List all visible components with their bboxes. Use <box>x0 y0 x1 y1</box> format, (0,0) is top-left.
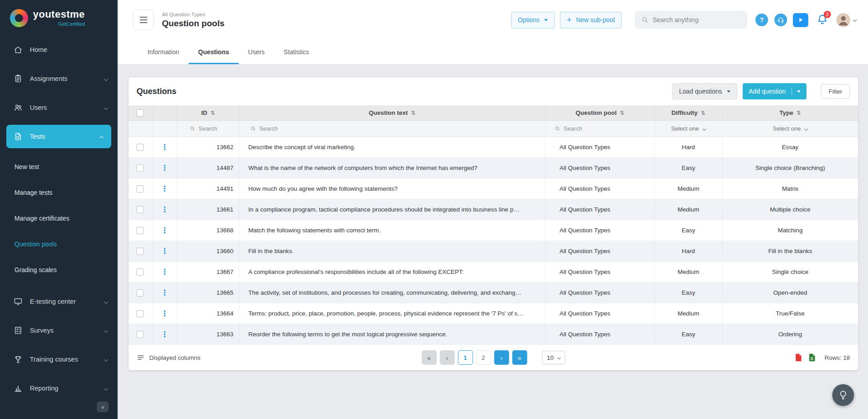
row-checkbox[interactable] <box>137 268 144 276</box>
row-kebab-menu-icon[interactable]: ⋮ <box>161 310 169 317</box>
notifications-button[interactable]: 3 <box>816 13 829 27</box>
next-page-button[interactable]: › <box>494 350 509 365</box>
tab-statistics[interactable]: Statistics <box>274 40 318 64</box>
tab-users[interactable]: Users <box>239 40 275 64</box>
tutorial-play-button[interactable] <box>793 13 808 27</box>
sidebar-item-training-courses[interactable]: Training courses <box>0 348 118 371</box>
page-size-select[interactable]: 10 <box>542 351 565 364</box>
row-checkbox[interactable] <box>137 248 144 255</box>
difficulty-filter-select[interactable]: Select one <box>659 125 718 132</box>
help-button[interactable]: ? <box>755 14 768 26</box>
last-page-button[interactable]: » <box>512 350 527 365</box>
question-type-cell: Matrix <box>722 179 858 199</box>
row-checkbox[interactable] <box>137 289 144 297</box>
sidebar-subitem-new-test[interactable]: New test <box>0 154 118 179</box>
play-icon <box>797 16 805 24</box>
row-checkbox[interactable] <box>137 331 144 338</box>
menu-toggle-button[interactable] <box>133 9 154 30</box>
question-difficulty-cell: Medium <box>655 199 722 220</box>
search-icon <box>641 16 649 24</box>
filter-button[interactable]: Filter <box>821 84 850 99</box>
row-checkbox[interactable] <box>137 227 144 234</box>
breadcrumb: All Question Types <box>162 12 224 17</box>
chevron-icon <box>104 105 109 110</box>
sidebar-item-reporting[interactable]: Reporting <box>0 377 118 400</box>
row-checkbox[interactable] <box>137 310 144 317</box>
help-fab-button[interactable] <box>832 384 854 406</box>
row-checkbox[interactable] <box>137 144 144 151</box>
select-all-checkbox[interactable] <box>137 109 144 117</box>
sidebar-item-tests[interactable]: Tests <box>6 125 111 148</box>
sort-icon[interactable]: ⇅ <box>411 110 416 116</box>
displayed-columns-button[interactable]: Displayed columns <box>137 353 200 362</box>
first-page-button[interactable]: « <box>422 350 436 365</box>
column-header-type[interactable]: Type⇅ <box>722 105 858 120</box>
etesting-icon <box>14 297 23 306</box>
topbar: All Question Types Question pools Option… <box>118 0 868 40</box>
column-header-id[interactable]: ID⇅ <box>177 105 239 120</box>
question-text-filter[interactable] <box>250 125 541 132</box>
tab-label: Information <box>147 48 179 56</box>
button-divider <box>792 87 792 95</box>
new-subpool-button[interactable]: + New sub-pool <box>560 12 621 28</box>
sidebar-item-assignments[interactable]: Assignments <box>0 67 118 90</box>
prev-page-button[interactable]: ‹ <box>440 350 455 365</box>
sidebar-item-home[interactable]: Home <box>0 38 118 61</box>
sidebar-item-users[interactable]: Users <box>0 96 118 119</box>
sidebar-subitem-grading-scales[interactable]: Grading scales <box>0 257 118 282</box>
row-kebab-menu-icon[interactable]: ⋮ <box>161 143 169 151</box>
row-kebab-menu-icon[interactable]: ⋮ <box>161 226 169 234</box>
question-text-cell: In a compliance program, tactical compli… <box>239 199 545 220</box>
sidebar-subitem-question-pools[interactable]: Question pools <box>0 231 118 257</box>
column-header-question-text[interactable]: Question text⇅ <box>239 105 545 120</box>
sort-icon[interactable]: ⇅ <box>701 110 705 116</box>
id-filter[interactable] <box>190 125 227 132</box>
row-kebab-menu-icon[interactable]: ⋮ <box>161 185 169 193</box>
sidebar-subitem-manage-certificates[interactable]: Manage certificates <box>0 205 118 231</box>
export-pdf-icon[interactable] <box>794 353 803 362</box>
row-kebab-menu-icon[interactable]: ⋮ <box>161 289 169 297</box>
row-checkbox[interactable] <box>137 185 144 193</box>
load-questions-button[interactable]: Load questions <box>672 83 737 99</box>
tab-label: Questions <box>198 48 229 56</box>
sidebar-subitem-manage-tests[interactable]: Manage tests <box>0 179 118 205</box>
type-filter-select[interactable]: Select one <box>726 125 854 132</box>
page-button-1[interactable]: 1 <box>458 350 473 365</box>
sidebar-item-surveys[interactable]: Surveys <box>0 319 118 342</box>
sort-icon[interactable]: ⇅ <box>620 110 624 116</box>
row-kebab-menu-icon[interactable]: ⋮ <box>161 247 169 255</box>
sort-icon[interactable]: ⇅ <box>210 110 215 116</box>
global-search-input[interactable] <box>653 16 741 24</box>
row-kebab-menu-icon[interactable]: ⋮ <box>161 206 169 213</box>
export-excel-icon[interactable] <box>807 353 816 362</box>
question-pool-filter[interactable] <box>555 125 651 132</box>
sidebar-item-label: Reporting <box>30 385 104 392</box>
row-kebab-menu-icon[interactable]: ⋮ <box>161 268 169 276</box>
tab-information[interactable]: Information <box>138 40 189 64</box>
row-kebab-menu-icon[interactable]: ⋮ <box>161 330 169 338</box>
table-row: ⋮ 13667 A compliance professional's resp… <box>128 262 858 282</box>
row-kebab-menu-icon[interactable]: ⋮ <box>161 164 169 172</box>
column-header-difficulty[interactable]: Difficulty⇅ <box>655 105 722 120</box>
question-text-cell: Terms: product, price, place, promotion,… <box>239 303 545 324</box>
support-button[interactable] <box>774 14 787 26</box>
row-checkbox[interactable] <box>137 165 144 172</box>
question-text-filter-input[interactable] <box>259 125 541 132</box>
tab-questions[interactable]: Questions <box>189 40 238 64</box>
add-question-button[interactable]: Add question <box>743 83 806 99</box>
sidebar-item-e-testing-center[interactable]: E-testing center <box>0 290 118 313</box>
table-row: ⋮ 13665 The activity, set of institution… <box>128 282 858 303</box>
id-filter-input[interactable] <box>199 125 227 132</box>
brand-logo[interactable]: youtestme GetCertified <box>0 0 118 34</box>
sidebar-collapse-button[interactable]: « <box>97 401 109 412</box>
row-checkbox[interactable] <box>137 206 144 213</box>
global-search[interactable] <box>635 11 747 29</box>
user-menu[interactable] <box>836 13 856 27</box>
question-pool-filter-input[interactable] <box>564 125 651 132</box>
question-difficulty-cell: Easy <box>655 220 722 240</box>
page-button-2[interactable]: 2 <box>476 350 491 365</box>
options-button[interactable]: Options <box>511 12 555 28</box>
sort-icon[interactable]: ⇅ <box>797 110 801 116</box>
question-id-cell: 13664 <box>177 303 239 324</box>
column-header-question-pool[interactable]: Question pool⇅ <box>545 105 655 120</box>
